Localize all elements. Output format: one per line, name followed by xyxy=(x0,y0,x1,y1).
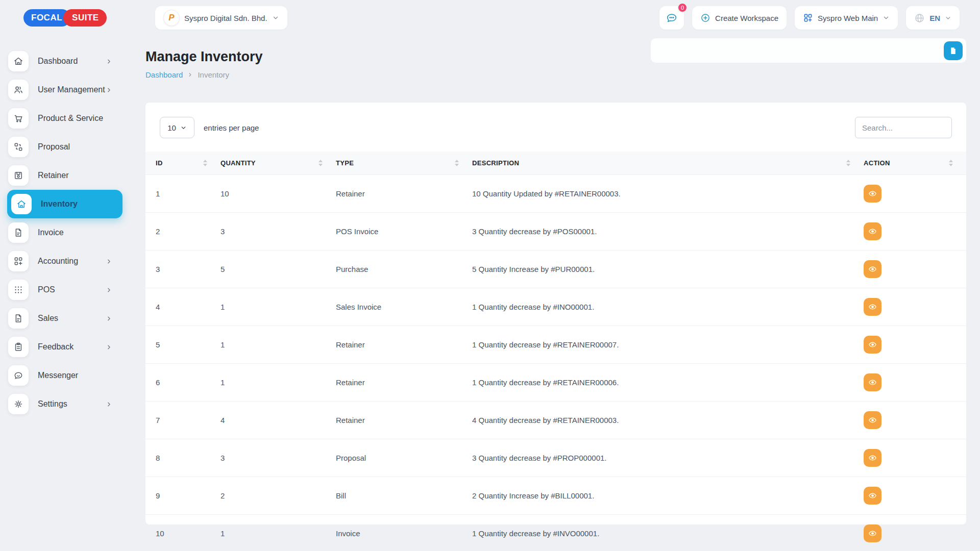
search-input[interactable] xyxy=(855,117,952,138)
topbar-actions: 0 Create Workspace Syspro Web Main EN xyxy=(659,6,960,30)
sidebar-item-retainer[interactable]: Retainer xyxy=(0,161,122,190)
view-button[interactable] xyxy=(864,411,881,429)
table-row: 1 10 Retainer 10 Quantity Updated by #RE… xyxy=(145,175,966,213)
cell-quantity: 1 xyxy=(220,364,336,402)
sidebar-item-sales[interactable]: Sales xyxy=(0,304,122,333)
col-header-type[interactable]: TYPE xyxy=(336,159,354,167)
table-header-row: ID QUANTITY TYPE DESCRIPTION ACTION xyxy=(145,152,966,175)
sidebar-item-label: Messenger xyxy=(38,371,78,380)
chevron-down-icon xyxy=(272,14,279,21)
sidebar-item-user-management[interactable]: User Management xyxy=(0,76,122,104)
table-row: 6 1 Retainer 1 Quantity decrease by #RET… xyxy=(145,364,966,402)
grid-plus-icon xyxy=(803,13,813,23)
view-button[interactable] xyxy=(864,336,881,354)
workspace-selector[interactable]: P Syspro Digital Sdn. Bhd. xyxy=(155,6,287,30)
view-button[interactable] xyxy=(864,449,881,467)
view-button[interactable] xyxy=(864,298,881,316)
chevron-right-icon xyxy=(106,315,112,322)
view-button[interactable] xyxy=(864,185,881,203)
eye-icon xyxy=(868,529,877,538)
create-workspace-button[interactable]: Create Workspace xyxy=(692,6,787,30)
sidebar-item-proposal[interactable]: Proposal xyxy=(0,133,122,161)
sidebar-item-invoice[interactable]: Invoice xyxy=(0,218,122,247)
sidebar-item-label: Proposal xyxy=(38,142,70,152)
inventory-table: ID QUANTITY TYPE DESCRIPTION ACTION 1 10… xyxy=(145,152,966,551)
sidebar-item-dashboard[interactable]: Dashboard xyxy=(0,47,122,76)
cell-description: 3 Quantity decrease by #PROP000001. xyxy=(472,439,864,477)
sidebar-item-label: User Management xyxy=(38,85,105,94)
cell-id: 7 xyxy=(145,402,220,439)
home-icon xyxy=(11,194,32,214)
cell-quantity: 10 xyxy=(220,175,336,213)
chevron-right-icon xyxy=(106,344,112,350)
eye-icon xyxy=(868,227,877,236)
table-controls: 10 entries per page xyxy=(145,117,966,138)
app-menu-selector[interactable]: Syspro Web Main xyxy=(795,6,898,30)
table-row: 2 3 POS Invoice 3 Quantity decrease by #… xyxy=(145,213,966,251)
view-button[interactable] xyxy=(864,487,881,505)
sidebar-item-label: Product & Service xyxy=(38,114,103,123)
chevron-right-icon xyxy=(106,287,112,293)
cell-description: 1 Quantity decrease by #INO00001. xyxy=(472,288,864,326)
cell-id: 8 xyxy=(145,439,220,477)
table-row: 9 2 Bill 2 Quantity Increase by #BILL000… xyxy=(145,477,966,515)
chevron-down-icon xyxy=(945,15,951,21)
focal-suite-logo: FOCAL SUITE xyxy=(23,9,107,27)
cell-description: 2 Quantity Increase by #BILL00001. xyxy=(472,477,864,515)
sidebar-item-feedback[interactable]: Feedback xyxy=(0,333,122,361)
app-menu-label: Syspro Web Main xyxy=(818,14,878,22)
cell-type: Retainer xyxy=(336,402,472,439)
chat-bubble-icon xyxy=(666,12,677,23)
main-content: Manage Inventory Dashboard Inventory 10 … xyxy=(122,36,980,524)
col-header-id[interactable]: ID xyxy=(156,159,163,167)
brand-logo[interactable]: FOCAL SUITE xyxy=(0,9,122,27)
cell-id: 9 xyxy=(145,477,220,515)
inventory-card: 10 entries per page ID QUANTITY TYPE DES… xyxy=(145,103,966,524)
view-button[interactable] xyxy=(864,260,881,278)
sort-icon[interactable] xyxy=(846,160,850,166)
cell-id: 10 xyxy=(145,515,220,551)
cell-quantity: 5 xyxy=(220,251,336,288)
export-document-button[interactable] xyxy=(944,41,963,60)
sort-icon[interactable] xyxy=(949,160,953,166)
col-header-quantity[interactable]: QUANTITY xyxy=(220,159,256,167)
sidebar-item-label: Sales xyxy=(38,314,58,323)
eye-icon xyxy=(868,265,877,273)
breadcrumb-dashboard-link[interactable]: Dashboard xyxy=(145,70,183,79)
sidebar-item-label: Accounting xyxy=(38,257,78,266)
sidebar-item-messenger[interactable]: Messenger xyxy=(0,361,122,390)
messages-button[interactable]: 0 xyxy=(659,6,684,30)
workspace-avatar: P xyxy=(163,10,180,26)
table-row: 5 1 Retainer 1 Quantity decrease by #RET… xyxy=(145,326,966,364)
cart-icon xyxy=(8,108,29,129)
view-button[interactable] xyxy=(864,524,881,542)
col-header-action[interactable]: ACTION xyxy=(864,159,890,167)
home-icon xyxy=(8,51,29,71)
sidebar-item-label: Feedback xyxy=(38,342,74,352)
col-header-description[interactable]: DESCRIPTION xyxy=(472,159,519,167)
cell-description: 3 Quantity decrease by #POS00001. xyxy=(472,213,864,251)
sidebar-item-inventory[interactable]: Inventory xyxy=(7,190,122,218)
cell-quantity: 3 xyxy=(220,213,336,251)
language-selector[interactable]: EN xyxy=(906,6,960,30)
clipboard-icon xyxy=(8,337,29,357)
sidebar-item-label: Settings xyxy=(38,399,67,409)
cell-type: Retainer xyxy=(336,364,472,402)
topbar: FOCAL SUITE P Syspro Digital Sdn. Bhd. 0… xyxy=(0,0,980,36)
sidebar-item-pos[interactable]: POS xyxy=(0,276,122,304)
sort-icon[interactable] xyxy=(455,160,459,166)
sidebar-item-settings[interactable]: Settings xyxy=(0,390,122,418)
view-button[interactable] xyxy=(864,373,881,391)
sidebar-item-accounting[interactable]: Accounting xyxy=(0,247,122,276)
sidebar-item-product-service[interactable]: Product & Service xyxy=(0,104,122,133)
cell-quantity: 1 xyxy=(220,288,336,326)
view-button[interactable] xyxy=(864,222,881,240)
cell-description: 1 Quantity decrease by #RETAINER00006. xyxy=(472,364,864,402)
cell-quantity: 1 xyxy=(220,515,336,551)
entries-per-page-select[interactable]: 10 xyxy=(160,117,194,138)
sort-icon[interactable] xyxy=(318,160,323,166)
sort-icon[interactable] xyxy=(203,160,207,166)
chevron-right-icon xyxy=(106,401,112,408)
breadcrumb-current: Inventory xyxy=(198,70,229,79)
cell-quantity: 1 xyxy=(220,326,336,364)
